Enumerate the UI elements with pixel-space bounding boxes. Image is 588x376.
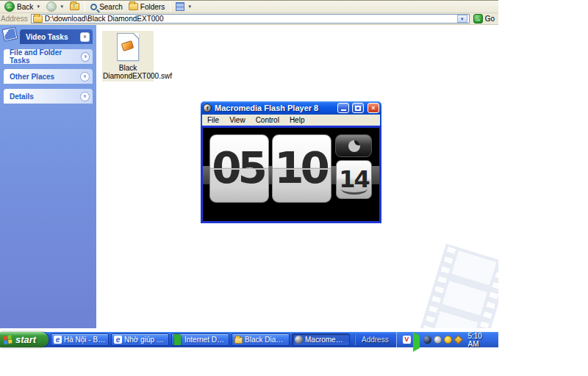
- chevron-down-icon[interactable]: »: [80, 72, 90, 82]
- other-places-header[interactable]: Other Places »: [4, 69, 93, 84]
- folders-label: Folders: [140, 3, 165, 11]
- system-tray: V 5:10 AM: [396, 332, 498, 347]
- menu-control[interactable]: Control: [251, 116, 284, 124]
- address-label: Address: [0, 15, 31, 23]
- search-button[interactable]: Search: [87, 1, 126, 12]
- folders-icon: [129, 3, 138, 10]
- minutes-digits: 10: [272, 135, 331, 202]
- taskbar-item-black-diamond-folder[interactable]: Black DiamondE...: [232, 333, 290, 346]
- toolbar-separator: [85, 1, 85, 12]
- taskbar-item-macromedia-flash[interactable]: Macromedia Flas...: [292, 333, 350, 346]
- address-dropdown-icon[interactable]: ▼: [457, 15, 467, 23]
- flip-clock-minutes-card: 10: [272, 134, 331, 203]
- back-icon: ←: [4, 1, 15, 12]
- night-indicator-card: [335, 134, 372, 157]
- address-path: D:\download\Black DiamondEXT000: [45, 15, 455, 23]
- minimize-icon: [341, 109, 346, 111]
- flash-player-window: f Macromedia Flash Player 8 × File View …: [201, 101, 381, 223]
- maximize-icon: [355, 106, 361, 111]
- search-icon: [90, 4, 97, 10]
- ie-icon: e: [54, 336, 62, 344]
- ie-icon: e: [114, 336, 122, 344]
- address-deskband-label[interactable]: Address: [356, 336, 395, 344]
- window-title: Macromedia Flash Player 8: [215, 104, 334, 112]
- views-button[interactable]: ▼: [173, 1, 195, 12]
- toolbar-separator: [170, 1, 171, 12]
- back-dropdown-icon[interactable]: ▼: [36, 4, 40, 9]
- panel-label: File and Folder Tasks: [10, 48, 81, 65]
- flip-clock-seconds-card: 14: [336, 160, 372, 199]
- video-tasks-header[interactable]: Video Tasks »: [20, 29, 93, 44]
- close-button[interactable]: ×: [368, 103, 379, 113]
- flash-menu-bar: File View Control Help: [201, 115, 381, 126]
- chevron-down-icon[interactable]: »: [80, 32, 90, 42]
- panel-details: Details »: [4, 89, 93, 104]
- forward-dropdown-icon[interactable]: ▼: [60, 4, 64, 9]
- flash-seal-icon: [121, 40, 135, 51]
- details-header[interactable]: Details »: [4, 89, 93, 104]
- panel-label: Details: [10, 93, 34, 101]
- taskbar-item-hanoi[interactable]: e Hà Nội - Bán má...: [51, 333, 109, 346]
- go-label: Go: [485, 15, 495, 23]
- video-tasks-icon: [1, 26, 18, 42]
- swf-file-icon: [117, 33, 139, 61]
- menu-help[interactable]: Help: [284, 116, 310, 124]
- gold-spark-tray-icon[interactable]: [453, 335, 463, 344]
- dark-orb-tray-icon[interactable]: [423, 336, 431, 344]
- task-pane-sidebar: Video Tasks » File and Folder Tasks » Ot…: [0, 25, 96, 328]
- windows-logo-icon: [3, 334, 12, 344]
- folders-button[interactable]: Folders: [126, 1, 168, 12]
- panel-label: Video Tasks: [26, 33, 68, 41]
- go-icon: →: [473, 14, 483, 24]
- standard-buttons-toolbar: ← Back ▼ → ▼ ↑ Search Folders: [0, 0, 498, 13]
- file-folder-tasks-header[interactable]: File and Folder Tasks »: [4, 49, 93, 64]
- chevron-down-icon[interactable]: »: [80, 92, 90, 101]
- address-input[interactable]: D:\download\Black DiamondEXT000 ▼: [31, 14, 470, 24]
- forward-button[interactable]: → ▼: [43, 1, 67, 12]
- forward-icon: →: [46, 1, 57, 12]
- flash-title-bar[interactable]: f Macromedia Flash Player 8 ×: [201, 101, 381, 115]
- idm-icon: [174, 336, 182, 344]
- menu-file[interactable]: File: [202, 116, 224, 124]
- hours-digits: 05: [209, 135, 268, 202]
- flip-animation-swoosh: [341, 183, 368, 195]
- filmstrip-watermark: [414, 244, 498, 328]
- search-label: Search: [99, 3, 123, 11]
- up-folder-icon: ↑: [70, 3, 79, 10]
- chevron-down-icon[interactable]: »: [81, 52, 90, 62]
- taskbar-item-internet-download[interactable]: Internet Downlo...: [171, 333, 229, 346]
- file-item-swf[interactable]: Black DiamondEXT000.swf: [102, 31, 154, 82]
- flash-stage[interactable]: 05 10 14: [201, 126, 381, 223]
- panel-video-tasks: Video Tasks »: [4, 29, 93, 44]
- minimize-button[interactable]: [337, 103, 349, 113]
- views-dropdown-icon[interactable]: ▼: [187, 4, 192, 9]
- panel-file-and-folder-tasks: File and Folder Tasks »: [4, 49, 93, 64]
- file-name-line2: DiamondEXT000.swf: [103, 72, 153, 80]
- panel-label: Other Places: [10, 73, 54, 81]
- folder-icon: [234, 337, 243, 344]
- start-label: start: [15, 334, 36, 345]
- idm-tray-icon[interactable]: [413, 336, 421, 344]
- file-name-line1: Black: [103, 64, 153, 72]
- taskbar-item-nho-giup-do[interactable]: e Nhờ giúp đỡ - S...: [111, 333, 169, 346]
- back-button[interactable]: ← Back ▼: [1, 1, 43, 12]
- go-button[interactable]: → Go: [470, 14, 498, 24]
- close-icon: ×: [371, 105, 375, 112]
- taskbar-clock[interactable]: 5:10 AM: [464, 332, 494, 348]
- flash-player-icon: f: [203, 104, 212, 112]
- desktop-canvas: ← Back ▼ → ▼ ↑ Search Folders: [0, 0, 588, 376]
- panel-other-places: Other Places »: [4, 69, 93, 84]
- up-button[interactable]: ↑: [67, 1, 82, 12]
- maximize-button[interactable]: [352, 103, 364, 113]
- start-button[interactable]: start: [0, 332, 49, 347]
- address-bar: Address D:\download\Black DiamondEXT000 …: [0, 13, 498, 25]
- antivirus-v-icon[interactable]: V: [403, 336, 411, 344]
- back-label: Back: [17, 3, 33, 11]
- gray-orb-tray-icon[interactable]: [434, 336, 442, 344]
- up-arrow-icon: ↑: [72, 2, 76, 10]
- flip-clock-hours-card: 05: [209, 134, 269, 203]
- messenger-smiley-icon[interactable]: [444, 336, 452, 344]
- moon-icon: [348, 140, 360, 152]
- taskbar: start e Hà Nội - Bán má... e Nhờ giúp đỡ…: [0, 332, 498, 347]
- menu-view[interactable]: View: [224, 116, 251, 124]
